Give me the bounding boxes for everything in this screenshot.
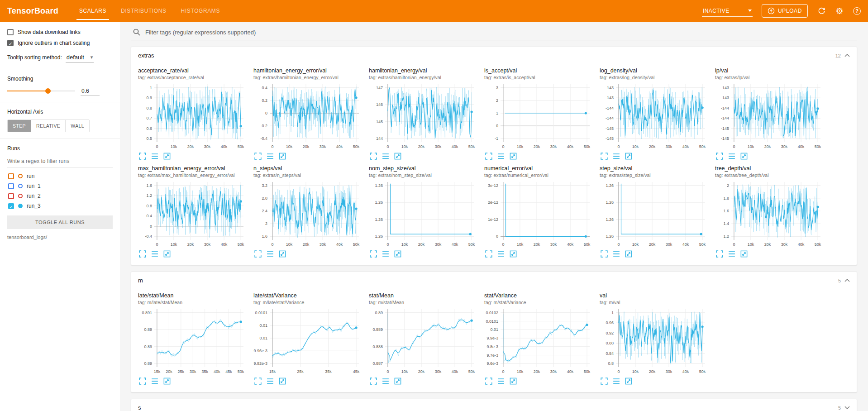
section-header-s[interactable]: s 5: [131, 399, 857, 411]
fit-domain-icon[interactable]: [163, 378, 171, 385]
view-data-icon[interactable]: [267, 378, 274, 385]
upload-button[interactable]: UPLOAD: [762, 4, 808, 18]
expand-chart-icon[interactable]: [254, 250, 262, 258]
fit-domain-icon[interactable]: [279, 250, 286, 258]
line-chart[interactable]: 3210-1010k20k30k40k50k: [484, 81, 592, 149]
run-checkbox[interactable]: [8, 183, 14, 189]
expand-chart-icon[interactable]: [139, 250, 146, 258]
line-chart[interactable]: 0.40.20-0.2-0.4010k20k30k40k50k: [253, 81, 361, 149]
fit-domain-icon[interactable]: [279, 153, 286, 160]
fit-domain-icon[interactable]: [279, 378, 286, 385]
expand-chart-icon[interactable]: [485, 378, 492, 385]
fit-domain-icon[interactable]: [163, 153, 171, 160]
expand-chart-icon[interactable]: [601, 153, 608, 160]
view-data-icon[interactable]: [497, 378, 505, 385]
show-download-links-toggle[interactable]: Show data download links: [7, 29, 113, 35]
tooltip-sorting-dropdown[interactable]: default ▾: [66, 53, 94, 62]
line-chart[interactable]: 10.960.920.880.840.8010k20k30k40k50k: [600, 306, 707, 374]
smoothing-value-input[interactable]: 0.6: [81, 86, 100, 96]
checkbox-icon[interactable]: [7, 29, 14, 35]
run-checkbox[interactable]: ✓: [8, 203, 14, 209]
expand-chart-icon[interactable]: [370, 153, 377, 160]
run-item-run[interactable]: run: [7, 171, 113, 181]
expand-chart-icon[interactable]: [601, 250, 608, 258]
expand-chart-icon[interactable]: [254, 378, 262, 385]
expand-chart-icon[interactable]: [601, 378, 608, 385]
expand-chart-icon[interactable]: [370, 250, 377, 258]
view-data-icon[interactable]: [382, 153, 389, 160]
expand-chart-icon[interactable]: [716, 250, 723, 258]
refresh-icon[interactable]: [817, 6, 826, 15]
expand-chart-icon[interactable]: [139, 378, 146, 385]
line-chart[interactable]: 1.61.20.80.40-0.4010k20k30k40k50k: [138, 179, 246, 247]
view-data-icon[interactable]: [382, 250, 389, 258]
section-header-m[interactable]: m 5: [131, 272, 857, 289]
view-data-icon[interactable]: [497, 153, 505, 160]
line-chart[interactable]: 3e-122e-121e-120010k20k30k40k50k: [484, 179, 592, 247]
run-item-run_1[interactable]: run_1: [7, 181, 113, 191]
view-data-icon[interactable]: [613, 378, 620, 385]
line-chart[interactable]: 3.22.82.421.6010k20k30k40k50k: [253, 179, 361, 247]
fit-domain-icon[interactable]: [625, 378, 632, 385]
line-chart[interactable]: 21.81.61.41.2010k20k30k40k50k: [715, 179, 823, 247]
fit-domain-icon[interactable]: [510, 378, 517, 385]
line-chart[interactable]: 0.8910.890.890.8915k20k25k30k35k40k45k50…: [138, 306, 246, 374]
line-chart[interactable]: 1.261.261.261.26010k20k30k40k50k: [600, 179, 707, 247]
fit-domain-icon[interactable]: [625, 153, 632, 160]
smoothing-slider[interactable]: [7, 88, 75, 94]
expand-chart-icon[interactable]: [716, 153, 723, 160]
line-chart[interactable]: 147146145144010k20k30k40k50k: [369, 81, 477, 149]
run-item-run_2[interactable]: run_2: [7, 191, 113, 201]
section-header-extras[interactable]: extras 12: [131, 47, 857, 64]
view-data-icon[interactable]: [613, 250, 620, 258]
run-checkbox[interactable]: [8, 173, 14, 179]
tag-filter-input[interactable]: [145, 29, 855, 36]
toggle-all-runs-button[interactable]: TOGGLE ALL RUNS: [7, 215, 113, 229]
line-chart[interactable]: 0.890.8890.8880.887010k20k30k40k50k: [369, 306, 477, 374]
slider-thumb[interactable]: [45, 88, 51, 94]
status-dropdown[interactable]: INACTIVE: [702, 5, 753, 17]
run-color-radio[interactable]: [18, 194, 23, 198]
expand-chart-icon[interactable]: [139, 153, 146, 160]
axis-relative-button[interactable]: RELATIVE: [31, 120, 66, 132]
line-chart[interactable]: -143-143-144-144-145-145010k20k30k40k50k: [600, 81, 707, 149]
view-data-icon[interactable]: [151, 250, 158, 258]
fit-domain-icon[interactable]: [740, 250, 748, 258]
view-data-icon[interactable]: [151, 378, 158, 385]
run-checkbox[interactable]: [8, 193, 14, 199]
line-chart[interactable]: 0.01020.01010.019.9e-39.8e-39.7e-39.6e-3…: [484, 306, 592, 374]
tab-scalars[interactable]: SCALARS: [72, 0, 114, 22]
view-data-icon[interactable]: [267, 153, 274, 160]
fit-domain-icon[interactable]: [394, 250, 401, 258]
run-color-radio[interactable]: [18, 204, 23, 208]
view-data-icon[interactable]: [728, 153, 735, 160]
runs-filter-input[interactable]: [7, 156, 113, 167]
view-data-icon[interactable]: [728, 250, 735, 258]
line-chart[interactable]: 0.01010.010.019.96e-39.92e-315k25k35k45k: [253, 306, 361, 374]
line-chart[interactable]: 1.261.261.261.26010k20k30k40k50k: [369, 179, 477, 247]
checkbox-checked-icon[interactable]: ✓: [7, 40, 14, 46]
settings-gear-icon[interactable]: ⚙: [835, 6, 844, 15]
fit-domain-icon[interactable]: [163, 250, 171, 258]
tab-distributions[interactable]: DISTRIBUTIONS: [114, 0, 173, 22]
expand-chart-icon[interactable]: [485, 250, 492, 258]
view-data-icon[interactable]: [497, 250, 505, 258]
axis-wall-button[interactable]: WALL: [66, 120, 89, 132]
line-chart[interactable]: 10.90.80.70.60.5010k20k30k40k50k: [138, 81, 246, 149]
view-data-icon[interactable]: [267, 250, 274, 258]
axis-step-button[interactable]: STEP: [8, 120, 31, 132]
view-data-icon[interactable]: [151, 153, 158, 160]
run-color-radio[interactable]: [18, 184, 23, 188]
view-data-icon[interactable]: [382, 378, 389, 385]
ignore-outliers-toggle[interactable]: ✓ Ignore outliers in chart scaling: [7, 40, 113, 46]
tab-histograms[interactable]: HISTOGRAMS: [174, 0, 227, 22]
fit-domain-icon[interactable]: [625, 250, 632, 258]
fit-domain-icon[interactable]: [740, 153, 748, 160]
run-color-radio[interactable]: [18, 174, 23, 178]
fit-domain-icon[interactable]: [394, 153, 401, 160]
fit-domain-icon[interactable]: [510, 250, 517, 258]
expand-chart-icon[interactable]: [485, 153, 492, 160]
line-chart[interactable]: -143-143-144-144-145-145010k20k30k40k50k: [715, 81, 823, 149]
fit-domain-icon[interactable]: [510, 153, 517, 160]
expand-chart-icon[interactable]: [254, 153, 262, 160]
